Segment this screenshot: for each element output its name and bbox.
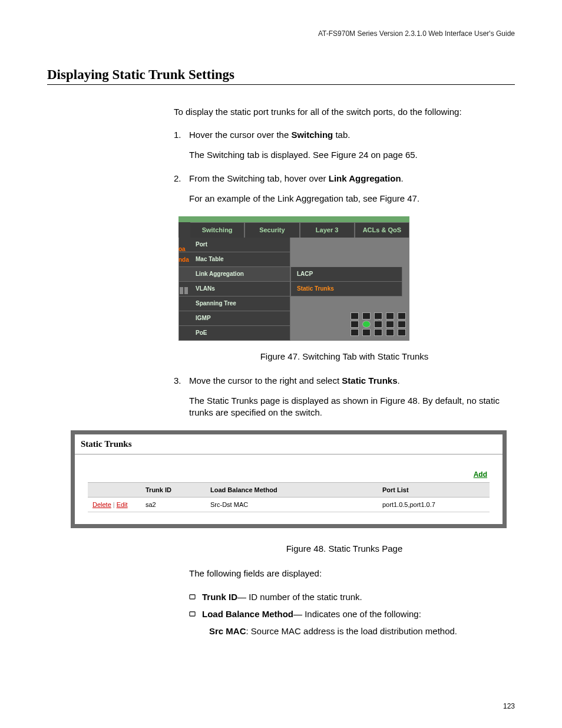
src-mac-text: : Source MAC address is the load distrib…	[246, 626, 458, 636]
src-mac-label: Src MAC	[209, 626, 246, 636]
page-header: AT-FS970M Series Version 2.3.1.0 Web Int…	[47, 29, 515, 38]
table-row: Delete|Edit sa2 Src-Dst MAC port1.0.5,po…	[88, 498, 490, 512]
figure-48: Static Trunks Add Trunk ID Load Balance …	[71, 430, 507, 528]
add-link[interactable]: Add	[474, 470, 487, 479]
menu-item-igmp[interactable]: IGMP	[178, 311, 290, 326]
step-3: 3.Move the cursor to the right and selec…	[174, 375, 515, 386]
figure-47-caption: Figure 47. Switching Tab with Static Tru…	[174, 351, 515, 361]
svg-rect-1	[184, 287, 188, 294]
svg-rect-3	[190, 611, 195, 615]
submenu-item-lacp[interactable]: LACP	[290, 267, 402, 282]
menu-item-poe[interactable]: PoE	[178, 326, 290, 341]
col-trunk-id: Trunk ID	[141, 483, 206, 498]
step-2-text-pre: From the Switching tab, hover over	[189, 173, 329, 183]
tab-security[interactable]: Security	[244, 222, 299, 238]
port-diagram	[351, 311, 406, 337]
col-load-balance-method: Load Balance Method	[206, 483, 378, 498]
step-2-text-post: .	[401, 173, 404, 183]
step-3-bold: Static Trunks	[342, 375, 397, 386]
step-1-note: The Switching tab is displayed. See Figu…	[189, 149, 515, 161]
cell-load-balance-method: Src-Dst MAC	[206, 498, 378, 512]
step-number: 3.	[174, 375, 189, 386]
edge-text-1: oa	[178, 246, 186, 252]
svg-rect-2	[190, 594, 195, 598]
intro-paragraph: To display the static port trunks for al…	[174, 106, 515, 118]
static-trunks-table: Trunk ID Load Balance Method Port List D…	[88, 482, 490, 512]
step-1-text-post: tab.	[333, 130, 350, 140]
field-desc: — ID number of the static trunk.	[237, 592, 362, 602]
field-label: Trunk ID	[202, 592, 237, 602]
menu-item-spanning-tree[interactable]: Spanning Tree	[178, 297, 290, 311]
fields-intro: The following fields are displayed:	[189, 568, 515, 579]
delete-link[interactable]: Delete	[92, 501, 111, 508]
tab-acls-qos[interactable]: ACLs & QoS	[355, 222, 409, 238]
step-3-text-post: .	[398, 375, 400, 386]
step-2: 2.From the Switching tab, hover over Lin…	[174, 173, 515, 183]
table-header-row: Trunk ID Load Balance Method Port List	[88, 483, 490, 498]
tab-switching[interactable]: Switching	[190, 222, 244, 238]
edge-text-2: nda	[178, 256, 189, 263]
cell-port-list: port1.0.5,port1.0.7	[378, 498, 490, 512]
menu-item-mac-table[interactable]: Mac Table	[178, 252, 290, 267]
bullet-icon	[189, 609, 202, 619]
menu-item-link-aggregation[interactable]: Link Aggregation	[178, 267, 290, 282]
step-2-note: For an example of the Link Aggregation t…	[189, 193, 515, 205]
figure-47: oa nda Switching Security Layer 3 ACLs &…	[178, 216, 515, 341]
menu-item-vlans[interactable]: VLANs	[178, 282, 290, 297]
tab-layer3[interactable]: Layer 3	[300, 222, 355, 238]
cell-trunk-id: sa2	[141, 498, 206, 512]
step-1-text-pre: Hover the cursor over the	[189, 130, 291, 140]
step-number: 2.	[174, 173, 189, 183]
step-1: 1.Hover the cursor over the Switching ta…	[174, 130, 515, 140]
step-1-bold: Switching	[291, 130, 333, 140]
field-desc: — Indicates one of the following:	[293, 609, 421, 619]
step-2-bold: Link Aggregation	[329, 173, 401, 183]
separator: |	[113, 501, 115, 508]
step-3-text-pre: Move the cursor to the right and select	[189, 375, 342, 386]
menu-item-port[interactable]: Port	[178, 238, 290, 252]
src-mac-desc: Src MAC: Source MAC address is the load …	[209, 626, 515, 636]
field-trunk-id: Trunk ID— ID number of the static trunk.	[189, 592, 515, 602]
submenu-item-static-trunks[interactable]: Static Trunks	[290, 282, 402, 297]
section-title: Displaying Static Trunk Settings	[47, 67, 515, 85]
step-3-note: The Static Trunks page is displayed as s…	[189, 395, 515, 419]
panel-title: Static Trunks	[75, 434, 503, 454]
bullet-icon	[189, 592, 202, 602]
device-icon	[180, 287, 189, 294]
col-port-list: Port List	[378, 483, 490, 498]
svg-rect-0	[180, 287, 183, 294]
col-actions	[88, 483, 141, 498]
submenu-static-label: Static Trunks	[297, 285, 334, 292]
field-label: Load Balance Method	[202, 609, 293, 619]
figure-48-caption: Figure 48. Static Trunks Page	[174, 543, 515, 554]
page-number: 123	[503, 702, 515, 710]
edit-link[interactable]: Edit	[117, 501, 128, 508]
field-load-balance-method: Load Balance Method— Indicates one of th…	[189, 609, 515, 619]
step-number: 1.	[174, 130, 189, 140]
